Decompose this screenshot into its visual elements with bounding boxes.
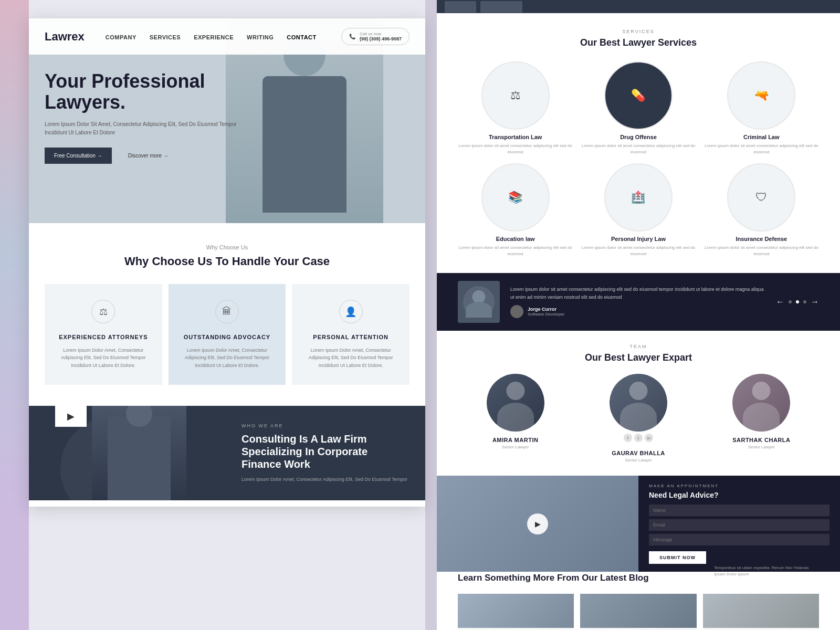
team-grid: AMIRA MARTIN Senior Lawyer f t in GAURAV… [458,374,819,463]
service-name-3: Criminal Law [743,134,779,140]
service-desc-3: Lorem ipsum dolor sit amet consectetur a… [704,143,819,155]
nav-company[interactable]: COMPANY [106,34,136,40]
appointment-image: ▶ [437,476,638,572]
service-drug[interactable]: 💊 Drug Offense Lorem ipsum dolor sit ame… [581,61,696,155]
insurance-icon: 🛡 [727,163,795,232]
service-education[interactable]: 📚 Education law Lorem ipsum dolor sit am… [458,163,573,257]
appt-email-input[interactable] [649,519,830,531]
nav-dot-1[interactable] [789,300,792,303]
logo[interactable]: Lawrex [45,30,85,44]
team-role-3: Senior Lawyer [748,445,775,449]
blog-image-2 [580,594,696,628]
nav-experience[interactable]: EXPERIENCE [194,34,234,40]
services-title: Our Best Lawyer Services [458,37,819,48]
nav-services[interactable]: SERVICES [150,34,181,40]
service-insurance[interactable]: 🛡 Insurance Defense Lorem ipsum dolor si… [704,163,819,257]
team-name-1: AMIRA MARTIN [492,437,538,443]
testimonial-content: Lorem ipsum dolor sit amet consectetur a… [510,286,765,318]
service-name-4: Education law [496,236,535,242]
appt-name-input[interactable] [649,505,830,516]
nav-writing[interactable]: WRITING [247,34,274,40]
feature-card-1: ⚖ EXPERIENCED ATTORNEYS Lorem Ipsum Dolo… [45,284,162,385]
testimonial-author: Jorge Curror Software Developer [510,305,765,318]
left-panel: Lawrex COMPANY SERVICES EXPERIENCE WRITI… [29,18,425,507]
service-criminal[interactable]: 🔫 Criminal Law Lorem ipsum dolor sit ame… [704,61,819,155]
service-personal-injury[interactable]: 🏥 Personal Injury Law Lorem ipsum dolor … [581,163,696,257]
team-avatar-3 [732,374,790,432]
appt-message-input[interactable] [649,534,830,545]
service-desc-5: Lorem ipsum dolor sit amet consectetur a… [581,245,696,257]
discover-button[interactable]: Discover more → [118,148,178,164]
blog-content-3: Neque porro quisquam est, qui dolorem ip… [703,628,819,630]
team-member-3: SARTHAK CHARLA Senior Lawyer [704,374,819,463]
feature-desc-1: Lorem Ipsum Dolor Amet, Consectetur Adip… [55,346,152,369]
blog-title: Learn Something More From Our Latest Blo… [458,573,649,583]
team-title: Our Best Lawyer Expart [458,352,819,363]
team-avatar-2: f t in [610,374,667,432]
blog-content-2: Neque porro quisquam est, qui dolorem ip… [580,628,696,630]
blog-card-3[interactable]: Neque porro quisquam est, qui dolorem ip… [703,594,819,630]
why-subtitle: Why Choose Us [45,244,410,250]
feature-card-2: 🏛 OUTSTANDING ADVOCACY Lorem Ipsum Dolor… [169,284,286,385]
team-social: f t in [624,434,653,442]
dark-label: WHO WE ARE [242,423,410,428]
services-grid: ⚖ Transportation Law Lorem ipsum dolor s… [458,61,819,257]
feature-desc-3: Lorem Ipsum Dolor Amet, Consectetur Adip… [302,346,399,369]
hero-section: Lawrex COMPANY SERVICES EXPERIENCE WRITI… [29,18,425,223]
appt-submit-button[interactable]: SUBMIT NOW [649,551,706,564]
service-desc-6: Lorem ipsum dolor sit amet consectetur a… [704,245,819,257]
social-tw[interactable]: t [634,434,643,442]
author-role: Software Developer [528,312,564,317]
team-sil-3 [732,374,790,432]
blog-grid: Neque porro quisquam est, qui dolorem ip… [458,594,819,630]
features-grid: ⚖ EXPERIENCED ATTORNEYS Lorem Ipsum Dolo… [45,284,410,385]
testimonial-nav: ← → [776,297,819,307]
dark-section: ▶ WHO WE ARE Consulting Is A Law Firm Sp… [29,406,425,500]
call-number: (99) (309) 496-9087 [360,36,402,41]
nav-links: COMPANY SERVICES EXPERIENCE WRITING CONT… [106,32,341,41]
team-avatar-1 [487,374,544,432]
education-icon: 📚 [481,163,550,232]
navbar: Lawrex COMPANY SERVICES EXPERIENCE WRITI… [29,18,425,55]
service-name-5: Personal Injury Law [611,236,666,242]
blog-card-2[interactable]: Neque porro quisquam est, qui dolorem ip… [580,594,696,630]
team-role-1: Senior Lawyer [502,445,529,449]
feature-title-3: PERSONAL ATTENTION [302,334,399,340]
service-name-6: Insurance Defense [736,236,787,242]
services-subtitle: SERVICES [458,29,819,34]
consultation-button[interactable]: Free Consultation → [45,148,112,164]
service-desc-2: Lorem ipsum dolor sit amet consectetur a… [581,143,696,155]
team-member-1: AMIRA MARTIN Senior Lawyer [458,374,573,463]
nav-contact[interactable]: CONTACT [287,34,316,40]
author-avatar [510,305,523,318]
service-transportation[interactable]: ⚖ Transportation Law Lorem ipsum dolor s… [458,61,573,155]
next-arrow[interactable]: → [811,297,819,307]
dark-person-silhouette [92,406,186,500]
blog-card-1[interactable]: Neque porro quisquam est, qui dolorem ip… [458,594,574,630]
service-desc-1: Lorem ipsum dolor sit amet consectetur a… [458,143,573,155]
why-title: Why Choose Us To Handle Your Case [45,255,410,268]
call-button[interactable]: 📞 Call us now (99) (309) 496-9087 [341,28,410,45]
phone-icon: 📞 [349,34,355,39]
nav-dot-2[interactable] [796,300,799,303]
hero-title: Your Professional Lawyers. [45,71,244,112]
personal-injury-icon: 🏥 [604,163,673,232]
appointment-section: ▶ MAKE AN APPOINTMENT Need Legal Advice?… [437,476,840,554]
nav-dot-3[interactable] [803,300,806,303]
play-button[interactable]: ▶ [527,513,548,534]
social-fb[interactable]: f [624,434,632,442]
team-role-2: Senior Lawyer [625,458,652,463]
advocacy-icon: 🏛 [215,300,239,323]
service-desc-4: Lorem ipsum dolor sit amet consectetur a… [458,245,573,257]
criminal-icon: 🔫 [727,61,795,130]
hero-buttons: Free Consultation → Discover more → [45,148,244,164]
feature-card-3: 👤 PERSONAL ATTENTION Lorem Ipsum Dolor A… [292,284,410,385]
social-in[interactable]: in [645,434,653,442]
team-sil-1 [487,374,544,432]
appt-title: Need Legal Advice? [649,491,830,499]
service-name-2: Drug Offense [620,134,657,140]
prev-arrow[interactable]: ← [776,297,784,307]
dark-desc: Lorem Ipsum Dolor Amet, Consectetur Adip… [242,476,410,483]
hero-content: Your Professional Lawyers. Lorem Ipsum D… [45,71,244,164]
hero-description: Lorem Ipsum Dolor Sit Amet, Consectetur … [45,120,244,137]
